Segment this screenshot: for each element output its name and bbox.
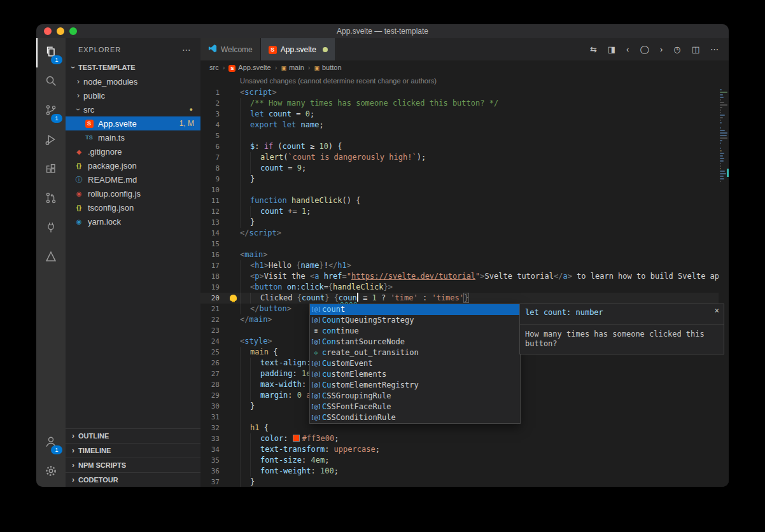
tree-item-yarn.lock[interactable]: ◉yarn.lock <box>66 214 200 228</box>
line-number: 23 <box>200 325 228 336</box>
symbol-variable-icon: [@] <box>310 412 322 423</box>
tree-item-package.json[interactable]: {}package.json <box>66 158 200 172</box>
activity-bar-source-control[interactable]: 1 <box>36 97 66 126</box>
section-label: NPM SCRIPTS <box>78 461 126 469</box>
suggestion-CSSGroupingRule[interactable]: [@]CSSGroupingRule <box>310 391 520 402</box>
minimap-line <box>720 176 724 177</box>
current-change-icon[interactable]: ◯ <box>640 45 649 54</box>
window-title: App.svelte — test-template <box>337 27 428 36</box>
glyph-margin <box>228 325 240 336</box>
file-icon: ◆ <box>73 148 85 155</box>
file-label: rollup.config.js <box>88 189 141 199</box>
suggestion-CustomElementRegistry[interactable]: [@]CustomElementRegistry <box>310 380 520 391</box>
search-icon <box>44 74 58 90</box>
section-timeline[interactable]: ›TIMELINE <box>66 443 200 458</box>
split-editor-icon[interactable]: ◫ <box>692 45 699 54</box>
minimap[interactable] <box>719 87 729 487</box>
tree-item-App.svelte[interactable]: SApp.svelte1, M <box>66 116 200 130</box>
file-label: src <box>83 105 94 115</box>
minimize-window-button[interactable] <box>57 27 64 35</box>
tree-item-node_modules[interactable]: ›node_modules <box>66 74 200 88</box>
more-actions-icon[interactable]: ⋯ <box>182 45 192 55</box>
breadcrumb-item-main[interactable]: ▣main <box>281 64 304 71</box>
open-changes-icon[interactable]: ⇆ <box>590 45 597 54</box>
open-preview-icon[interactable]: ◨ <box>608 45 615 54</box>
suggestion-label: CSSConditionRule <box>322 412 396 423</box>
lightbulb-icon[interactable] <box>230 295 237 301</box>
section-codetour[interactable]: ›CODETOUR <box>66 472 200 487</box>
suggestion-customElements[interactable]: [@]customElements <box>310 369 520 380</box>
project-section-header[interactable]: › TEST-TEMPLATE <box>66 60 200 74</box>
close-icon[interactable]: × <box>715 305 719 316</box>
breadcrumb-item-app-svelte[interactable]: SApp.svelte <box>228 64 270 72</box>
indent-guide <box>250 455 260 466</box>
section-label: CODETOUR <box>78 476 118 484</box>
file-label: package.json <box>88 161 137 171</box>
breadcrumb-item-button[interactable]: ▣button <box>314 64 341 71</box>
suggestion-create_out_transition[interactable]: ◇create_out_transition <box>310 347 520 358</box>
code-line: 1<script> <box>200 87 729 98</box>
activity-bar-extensions[interactable] <box>36 155 66 185</box>
activity-bar-accounts[interactable]: 1 <box>36 428 66 458</box>
tree-item-rollup.config.js[interactable]: ◉rollup.config.js <box>66 186 200 200</box>
code-line: 16<main> <box>200 249 729 260</box>
file-label: node_modules <box>83 77 137 87</box>
tab-bar: WelcomeSApp.svelte ⇆◨‹◯›◷◫⋯ <box>200 38 729 60</box>
suggestion-CSSConditionRule[interactable]: [@]CSSConditionRule <box>310 412 520 423</box>
code-line: 35font-size: 4em; <box>200 455 729 466</box>
code-line: 37} <box>200 477 729 487</box>
line-number: 12 <box>200 206 228 217</box>
tree-item-main.ts[interactable]: TSmain.ts <box>66 130 200 144</box>
breadcrumb-item-src[interactable]: src <box>209 64 219 71</box>
code-text: </script> <box>240 228 281 239</box>
zoom-window-button[interactable] <box>69 27 77 35</box>
suggestion-continue[interactable]: ≣continue <box>310 326 520 337</box>
previous-change-icon[interactable]: ‹ <box>626 45 629 54</box>
suggestion-CustomEvent[interactable]: [@]CustomEvent <box>310 358 520 369</box>
minimap-line <box>720 160 724 162</box>
suggestion-ConstantSourceNode[interactable]: [@]ConstantSourceNode <box>310 337 520 347</box>
section-outline[interactable]: ›OUTLINE <box>66 428 200 443</box>
suggestion-count[interactable]: [@]count <box>310 304 520 315</box>
activity-bar-remote-explorer[interactable] <box>36 214 66 243</box>
activity-bar-spacer <box>36 272 66 428</box>
activity-bar-settings-gear[interactable] <box>36 458 66 487</box>
close-window-button[interactable] <box>44 27 52 35</box>
activity-bar-github-pull-requests[interactable] <box>36 185 66 214</box>
indent-guide <box>250 358 260 368</box>
code-line: 15 <box>200 239 729 249</box>
run-debug-icon <box>44 132 58 149</box>
timeline-icon[interactable]: ◷ <box>673 45 680 54</box>
indent-guide <box>240 304 250 314</box>
tree-item-README.md[interactable]: ⓘREADME.md <box>66 172 200 186</box>
file-label: App.svelte <box>98 119 137 129</box>
tree-item-public[interactable]: ›public <box>66 88 200 102</box>
tree-item-tsconfig.json[interactable]: {}tsconfig.json <box>66 200 200 214</box>
suggestion-CSSFontFaceRule[interactable]: [@]CSSFontFaceRule <box>310 402 520 412</box>
suggestion-CountQueuingStrategy[interactable]: [@]CountQueuingStrategy <box>310 315 520 326</box>
sidebar-title: EXPLORER <box>78 46 121 53</box>
indent-guide <box>240 466 250 477</box>
glyph-margin <box>228 293 240 304</box>
chevron-right-icon: › <box>68 446 78 455</box>
activity-bar-azure[interactable] <box>36 243 66 272</box>
line-number: 16 <box>200 249 228 260</box>
tab-welcome[interactable]: Welcome <box>200 38 261 60</box>
tab-app-svelte[interactable]: SApp.svelte <box>261 38 336 60</box>
section-npm-scripts[interactable]: ›NPM SCRIPTS <box>66 458 200 472</box>
symbol-variable-icon: [@] <box>310 391 322 402</box>
next-change-icon[interactable]: › <box>660 45 663 54</box>
activity-bar-explorer[interactable]: 1 <box>36 38 66 67</box>
file-icon: TS <box>83 134 95 141</box>
tree-item-.gitignore[interactable]: ◆.gitignore <box>66 144 200 158</box>
more-actions-icon[interactable]: ⋯ <box>710 45 719 54</box>
tree-item-src[interactable]: ›src● <box>66 102 200 116</box>
activity-bar-run-debug[interactable] <box>36 126 66 155</box>
glyph-margin <box>228 455 240 466</box>
traffic-lights <box>44 27 77 35</box>
indent-guide <box>250 293 260 304</box>
code-editor[interactable]: 1<script>2/** How many times has someone… <box>200 87 729 487</box>
code-line: 10 <box>200 185 729 195</box>
indent-guide <box>250 152 260 163</box>
activity-bar-search[interactable] <box>36 67 66 97</box>
